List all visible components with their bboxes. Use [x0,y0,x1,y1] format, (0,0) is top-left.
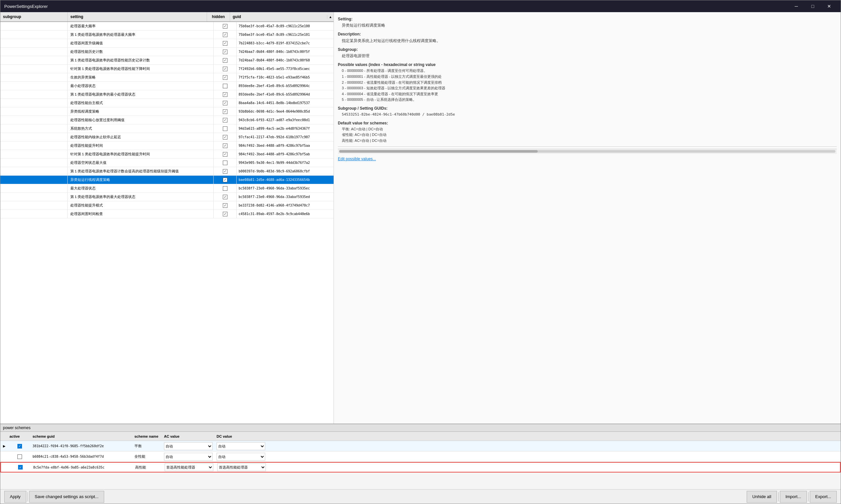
cell-hidden[interactable] [213,73,237,82]
hidden-checkbox[interactable] [223,41,227,46]
table-body[interactable]: 处理器最大频率75b0ae3f-bce0-45a7-8c89-c9611c25e… [0,22,333,424]
cell-hidden[interactable] [213,48,237,56]
table-row[interactable]: 处理器性能提升时间984cf492-3bed-4488-a8f9-4286c97… [0,142,333,150]
edit-possible-values-button[interactable]: Edit possible values... [338,157,376,161]
hidden-checkbox[interactable] [223,135,227,140]
table-row[interactable]: 异类线程调度策略93b8b6dc-0698-4d1c-9ee4-0644e900… [0,107,333,116]
cell-hidden[interactable] [213,142,237,150]
hidden-checkbox[interactable] [223,195,227,199]
apply-button[interactable]: Apply [4,491,26,503]
scheme-dc-select[interactable]: 自动所有处理器高性能处理器省流量性能处理器短效处理器省流量处理器首选高性能处理器 [217,442,265,450]
cell-hidden[interactable] [213,39,237,47]
scheme-row[interactable]: b6084c21-c838-4a53-9458-56b3dadf4f7d全性能自… [0,451,841,462]
close-button[interactable]: ✕ [822,0,837,12]
cell-hidden[interactable] [213,133,237,141]
scheme-ac-select-wrapper[interactable]: 自动所有处理器高性能处理器省流量性能处理器短效处理器省流量处理器首选高性能处理器 [163,442,215,450]
scheme-active-checkbox[interactable] [9,465,32,469]
cell-hidden[interactable] [213,56,237,64]
hidden-checkbox[interactable] [223,58,227,63]
scheme-ac-select[interactable]: 自动所有处理器高性能处理器省流量性能处理器短效处理器省流量处理器首选高性能处理器 [164,442,213,450]
hidden-checkbox[interactable] [223,75,227,80]
table-row[interactable]: 针对第１类处理器电源效率的处理器性能下降时间7f2492b6-60b1-45e5… [0,65,333,73]
scheme-ac-select[interactable]: 自动所有处理器高性能处理器省流量性能处理器短效处理器省流量处理器首选高性能处理器 [164,453,213,461]
hidden-checkbox[interactable] [223,161,227,165]
hidden-checkbox[interactable] [223,212,227,216]
cell-hidden[interactable] [213,116,237,124]
unhide-all-button[interactable]: Unhide all [747,491,777,503]
hidden-checkbox[interactable] [223,178,227,182]
table-row[interactable]: 最大处理器状态bc5038f7-23e0-4960-96da-33abaf593… [0,184,333,193]
hidden-checkbox[interactable] [223,169,227,174]
export-button[interactable]: Export... [810,491,837,503]
table-row[interactable]: 处理器闲置时间检查c4581c31-89ab-4597-8e2b-9c9cab4… [0,210,333,218]
cell-hidden[interactable] [213,124,237,133]
scheme-active-checkbox[interactable] [8,444,31,449]
active-checkbox-icon[interactable] [17,444,22,449]
cell-hidden[interactable] [213,184,237,193]
table-row[interactable]: 处理器性能内核休止软停止延迟97cfac41-2217-47eb-992d-61… [0,133,333,142]
hidden-checkbox[interactable] [223,67,227,71]
cell-hidden[interactable] [213,99,237,107]
save-changed-button[interactable]: Save changed settings as script... [29,491,104,503]
cell-hidden[interactable] [213,176,237,184]
active-checkbox-icon[interactable] [18,465,23,469]
cell-hidden[interactable] [213,107,237,115]
hidden-checkbox[interactable] [223,152,227,157]
table-row[interactable]: 第１类处理器电源效率的最大处理器状态bc5038f7-23e0-4960-96d… [0,193,333,201]
table-row[interactable]: 针对第１类处理器电源效率的处理器性能提升时间984cf492-3bed-4488… [0,150,333,159]
cell-hidden[interactable] [213,90,237,98]
cell-hidden[interactable] [213,31,237,39]
table-row[interactable]: 异类短运行线程调度策略bae08b81-2d5e-4688-ad6a-13243… [0,176,333,184]
hidden-checkbox[interactable] [223,186,227,191]
hidden-checkbox[interactable] [223,84,227,88]
cell-hidden[interactable] [213,159,237,167]
scheme-dc-select[interactable]: 自动所有处理器高性能处理器省流量性能处理器短效处理器省流量处理器首选高性能处理器 [217,453,265,461]
hidden-checkbox[interactable] [223,50,227,54]
table-row[interactable]: 处理器性能自主模式8baa4a8a-14c6-4451-8e8b-14bdbd1… [0,99,333,107]
scheme-ac-select-wrapper[interactable]: 自动所有处理器高性能处理器省流量性能处理器短效处理器省流量处理器首选高性能处理器 [163,463,216,471]
cell-hidden[interactable] [213,22,237,30]
table-row[interactable]: 处理器闲置升级阈值7b224883-b3cc-4d79-819f-8374152… [0,39,333,48]
hidden-checkbox[interactable] [223,118,227,123]
scheme-dc-select-wrapper[interactable]: 自动所有处理器高性能处理器省流量性能处理器短效处理器省流量处理器首选高性能处理器 [215,442,268,450]
table-row[interactable]: 处理器性能历史计数7d24baa7-0b84-480f-840c-1b0743c… [0,48,333,56]
scheme-row[interactable]: 8c5e7fda-e8bf-4a96-9a85-a6e23a8c635c高性能自… [0,462,841,472]
cell-hidden[interactable] [213,82,237,90]
import-button[interactable]: Import... [780,491,807,503]
hidden-checkbox[interactable] [223,33,227,37]
cell-hidden[interactable] [213,201,237,210]
power-schemes-tab[interactable]: power schemes [0,424,841,432]
scheme-ac-select[interactable]: 自动所有处理器高性能处理器省流量性能处理器短效处理器省流量处理器首选高性能处理器 [165,463,213,471]
maximize-button[interactable]: □ [805,0,820,12]
cell-hidden[interactable] [213,193,237,201]
scheme-dc-select-wrapper[interactable]: 自动所有处理器高性能处理器省流量性能处理器短效处理器省流量处理器首选高性能处理器 [216,463,269,471]
scroll-up-arrow[interactable]: ▲ [327,15,333,19]
hidden-checkbox[interactable] [223,126,227,131]
scheme-active-checkbox[interactable] [8,454,31,459]
scheme-row[interactable]: ▶381b4222-f694-41f0-9685-ff5bb260df2e平衡自… [0,441,841,451]
table-row[interactable]: 第１类处理器电源效率处理器计数会提高的处理器性能级别提升阈值b000397d-9… [0,167,333,176]
table-row[interactable]: 处理器最大频率75b0ae3f-bce0-45a7-8c89-c9611c25e… [0,22,333,31]
cell-hidden[interactable] [213,167,237,175]
horizontal-scrollbar[interactable] [338,149,837,154]
table-row[interactable]: 处理器空闲状态最大值9943e905-9a30-4ec1-9b99-44dd3b… [0,159,333,167]
cell-hidden[interactable] [213,150,237,158]
scheme-dc-select[interactable]: 自动所有处理器高性能处理器省流量性能处理器短效处理器省流量处理器首选高性能处理器 [217,463,266,471]
table-row[interactable]: 第１类处理器电源效率的处理器最大频率75b0ae3f-bce0-45a7-8c8… [0,31,333,39]
table-row[interactable]: 最小处理器状态893dee8e-2bef-41e0-89c6-b55d09299… [0,82,333,90]
hidden-checkbox[interactable] [223,143,227,148]
table-row[interactable]: 第１类处理器电源效率的处理器性能历史记录计数7d24baa7-0b84-480f… [0,56,333,65]
table-row[interactable]: 处理器性能核心放置过度利用阈值943c8cb6-6f93-4227-ad87-e… [0,116,333,124]
table-row[interactable]: 处理器性能提升模式be337238-0d82-4146-a960-4f3749d… [0,201,333,210]
scheme-ac-select-wrapper[interactable]: 自动所有处理器高性能处理器省流量性能处理器短效处理器省流量处理器首选高性能处理器 [163,453,215,461]
hidden-checkbox[interactable] [223,109,227,114]
table-row[interactable]: 生效的异类策略7f2f5cfa-f10c-4823-b5e1-e93ae85f4… [0,73,333,82]
cell-hidden[interactable] [213,210,237,218]
hidden-checkbox[interactable] [223,24,227,29]
hidden-checkbox[interactable] [223,101,227,105]
minimize-button[interactable]: ─ [789,0,804,12]
cell-hidden[interactable] [213,65,237,73]
hidden-checkbox[interactable] [223,92,227,97]
active-checkbox-icon[interactable] [17,454,22,459]
table-row[interactable]: 系统散热方式94d3a615-a899-4ac5-ae2b-e4d8f63436… [0,124,333,133]
